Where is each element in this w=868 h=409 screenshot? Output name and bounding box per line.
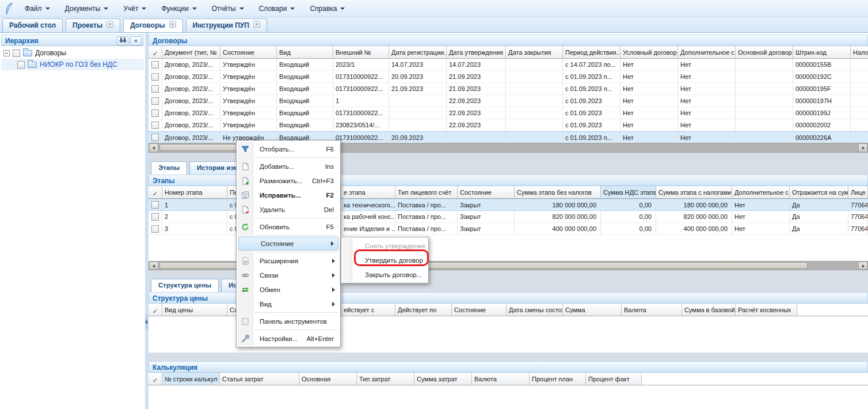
column-header[interactable]: Состояние <box>452 304 507 316</box>
tab-Рабочий стол[interactable]: Рабочий стол <box>2 18 63 32</box>
row-checkbox[interactable] <box>151 109 159 117</box>
column-header[interactable]: Процент план <box>530 373 586 385</box>
column-header[interactable]: Основной договор <box>736 46 793 58</box>
row-checkbox[interactable] <box>151 73 159 81</box>
menu-item-Связи[interactable]: Связи <box>238 268 339 282</box>
row-checkbox[interactable] <box>151 213 159 221</box>
column-header[interactable]: Штрих-код <box>793 46 851 58</box>
menu-item-Обновить[interactable]: ОбновитьF5 <box>238 219 339 234</box>
menu-item-Удалить[interactable]: УдалитьDel <box>238 202 339 217</box>
tab-Договоры[interactable]: Договоры× <box>123 18 182 32</box>
menu-item-Размножить[interactable]: Размножить...Ctrl+F3 <box>238 173 339 188</box>
menu-item-Настройки[interactable]: Настройки...Alt+Enter <box>238 331 339 346</box>
menu-item-Исправить[interactable]: Исправить...F2 <box>238 188 339 202</box>
collapse-node-icon[interactable] <box>3 50 10 56</box>
menubar-item[interactable]: Отчёты <box>204 0 252 17</box>
scroll-left-button[interactable] <box>149 143 158 152</box>
column-header[interactable]: Статья затрат <box>220 373 299 385</box>
column-header[interactable]: Дата регистрации. <box>389 46 447 58</box>
column-header[interactable]: ✓ <box>149 304 162 316</box>
scroll-right-button[interactable] <box>858 143 867 152</box>
column-header[interactable]: ✓ <box>149 186 162 198</box>
column-header[interactable]: Состояние <box>458 186 515 198</box>
column-header[interactable]: Документ (тип, № <box>162 46 220 58</box>
column-header[interactable]: Процент факт <box>586 373 642 385</box>
menu-item-Панель инструментов[interactable]: Панель инструментов <box>238 314 339 328</box>
table-row[interactable]: Договор, 2023/...УтверждёнВходящий017310… <box>149 83 868 95</box>
menubar-item[interactable]: Справка <box>302 0 352 17</box>
table-row[interactable]: Договор, 2023/...УтверждёнВходящий122.09… <box>149 95 868 107</box>
menubar-item[interactable]: Учёт <box>116 0 154 17</box>
column-header[interactable]: е этапа <box>341 186 395 198</box>
menu-item-Вид[interactable]: Вид <box>238 297 339 311</box>
column-header[interactable]: Сумма этапа без налогов <box>515 186 601 198</box>
table-row[interactable]: Договор, 2023/...УтверждёнВходящий230823… <box>149 119 868 131</box>
row-checkbox[interactable] <box>151 61 159 69</box>
table-row[interactable]: Договор, 2023/...УтверждёнВходящий017310… <box>149 107 868 119</box>
menu-item-Состояние[interactable]: Состояние <box>238 237 338 251</box>
menu-item-Отобрать[interactable]: Отобрать...F6 <box>238 142 339 156</box>
tree-checkbox[interactable] <box>17 61 25 69</box>
menu-item-Закрыть договор[interactable]: Закрыть договор... <box>342 267 427 282</box>
column-header[interactable]: № строки калькул <box>162 373 220 385</box>
column-header[interactable]: ✓ <box>149 373 162 385</box>
menubar-item[interactable]: Документы <box>58 0 116 17</box>
column-header[interactable]: ействует с <box>341 304 395 316</box>
close-icon[interactable]: × <box>253 21 260 28</box>
column-header[interactable]: Сумма <box>563 304 622 316</box>
row-checkbox[interactable] <box>151 225 159 233</box>
column-header[interactable]: Валюта <box>472 373 530 385</box>
menubar-item[interactable]: Файл <box>17 0 58 17</box>
menubar-item[interactable]: Словари <box>252 0 303 17</box>
column-header[interactable]: ✓ <box>149 46 162 58</box>
menu-item-Добавить[interactable]: Добавить...Ins <box>238 159 339 173</box>
close-icon[interactable]: × <box>106 21 113 28</box>
column-header[interactable]: Период действия.. <box>563 46 620 58</box>
row-checkbox[interactable] <box>151 97 159 105</box>
scroll-left-button[interactable] <box>149 262 158 270</box>
tree-item-contracts[interactable]: Договоры <box>1 47 144 59</box>
column-header[interactable]: Действует по <box>395 304 452 316</box>
row-checkbox[interactable] <box>151 134 159 141</box>
table-row[interactable]: Договор, 2023/...УтверждёнВходящий2023/1… <box>149 59 868 71</box>
menu-item-Утвердить договор[interactable]: Утвердить договор <box>342 253 427 267</box>
column-header[interactable]: Дополнительное с <box>678 46 736 58</box>
menubar-item[interactable]: Функции <box>154 0 204 17</box>
column-header[interactable]: Тип лицевого счёт <box>395 186 458 198</box>
scroll-right-button[interactable] <box>858 262 867 270</box>
collapse-panel-button[interactable]: « <box>130 36 142 46</box>
column-header[interactable]: Сумма в базовой в <box>682 304 736 316</box>
column-header[interactable]: Дата смены состоя <box>507 304 563 316</box>
tree-item-niokr[interactable]: ··· НИОКР по ГОЗ без НДС <box>1 59 144 70</box>
stages-tab-Этапы[interactable]: Этапы <box>151 161 187 175</box>
close-icon[interactable]: × <box>169 21 176 28</box>
column-header[interactable]: Основная <box>299 373 357 385</box>
column-header[interactable]: Вид <box>277 46 333 58</box>
column-header[interactable]: Номер этапа <box>162 186 227 198</box>
column-header[interactable]: Валюта <box>622 304 682 316</box>
search-button[interactable] <box>117 36 128 46</box>
column-header[interactable]: Вид цены <box>162 304 227 316</box>
column-header[interactable]: Дата утверждения <box>447 46 506 58</box>
column-header[interactable]: Условный договор <box>620 46 678 58</box>
tab-Инструкции ПУП[interactable]: Инструкции ПУП× <box>186 18 267 32</box>
column-header[interactable]: Расчёт косвенных <box>736 304 797 316</box>
column-header[interactable]: Нало <box>851 46 868 58</box>
row-checkbox[interactable] <box>151 122 159 129</box>
price-tab-Структура цены[interactable]: Структура цены <box>151 279 219 292</box>
tree-checkbox[interactable] <box>13 50 20 57</box>
column-header[interactable]: Лице <box>848 186 868 198</box>
column-header[interactable]: Дата закрытия <box>506 46 563 58</box>
row-checkbox[interactable] <box>151 201 159 209</box>
column-header[interactable]: Внешний № <box>333 46 389 58</box>
menu-item-Расширения[interactable]: Расширения <box>238 253 339 268</box>
column-header[interactable]: Тип затрат <box>357 373 414 385</box>
column-header[interactable]: Дополнительное с <box>732 186 790 198</box>
column-header[interactable]: Состояние <box>220 46 277 58</box>
menu-item-Обмен[interactable]: Обмен <box>238 282 339 297</box>
row-checkbox[interactable] <box>151 85 159 93</box>
table-row[interactable]: Договор, 2023/...УтверждёнВходящий017310… <box>149 71 868 83</box>
column-header[interactable]: Сумма этапа с налогами <box>656 186 732 198</box>
column-header[interactable]: Отражается на сум <box>790 186 848 198</box>
column-header[interactable]: Сумма НДС этапа <box>601 186 656 198</box>
